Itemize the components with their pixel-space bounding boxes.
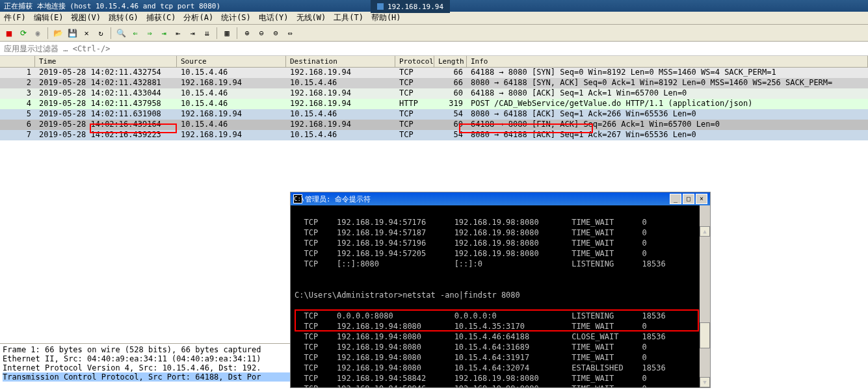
zoom-out-button[interactable]: ⊖	[255, 27, 268, 40]
col-destination[interactable]: Destination	[286, 56, 395, 67]
cmd-title: 管理员: 命令提示符	[305, 194, 670, 204]
cmd-icon: C:\	[293, 194, 302, 203]
menu-capture[interactable]: 捕获(C)	[142, 11, 180, 25]
pin-icon	[377, 3, 384, 10]
scroll-down-button[interactable]: ▼	[700, 377, 710, 387]
col-protocol[interactable]: Protocol	[395, 56, 434, 67]
zoom-in-button[interactable]: ⊕	[241, 27, 254, 40]
menu-edit[interactable]: 编辑(E)	[30, 11, 68, 25]
options-button[interactable]: ◉	[31, 27, 44, 40]
menu-wireless[interactable]: 无线(W)	[293, 11, 330, 25]
jump-button[interactable]: ⇥	[157, 27, 170, 40]
packet-list-header: Time Source Destination Protocol Length …	[0, 56, 868, 68]
col-source[interactable]: Source	[177, 56, 286, 67]
last-button[interactable]: ⇥	[186, 27, 199, 40]
remote-ip: 192.168.19.94	[388, 3, 443, 11]
cmd-prompt: C:\Users\Administrator>netstat -ano|find…	[295, 290, 706, 300]
restart-capture-button[interactable]: ⟳	[17, 27, 30, 40]
col-time[interactable]: Time	[35, 56, 177, 67]
filter-bar	[0, 42, 868, 56]
close-button[interactable]: ✕	[80, 27, 93, 40]
detail-ip: Internet Protocol Version 4, Src: 10.15.…	[3, 363, 290, 372]
prev-button[interactable]: ⇐	[129, 27, 142, 40]
detail-ethernet: Ethernet II, Src: 04:40:a9:ea:34:11 (04:…	[3, 354, 290, 363]
zoom-reset-button[interactable]: ⊜	[269, 27, 282, 40]
separator	[111, 27, 111, 39]
col-no[interactable]	[0, 56, 35, 67]
separator	[47, 27, 48, 39]
col-length[interactable]: Length	[434, 56, 467, 67]
next-button[interactable]: ⇒	[143, 27, 156, 40]
cmd-body[interactable]: TCP 192.168.19.94:57176 192.168.19.98:80…	[291, 205, 710, 387]
resize-cols-button[interactable]: ⇔	[283, 27, 296, 40]
cmd-titlebar[interactable]: C:\ 管理员: 命令提示符 _ □ ×	[291, 192, 710, 205]
menu-analyze[interactable]: 分析(A)	[179, 11, 217, 25]
separator	[237, 27, 237, 39]
scroll-thumb[interactable]	[700, 322, 710, 348]
menu-view[interactable]: 视图(V)	[67, 11, 105, 25]
detail-frame: Frame 1: 66 bytes on wire (528 bits), 66…	[3, 345, 290, 354]
cmd-maximize-button[interactable]: □	[683, 194, 694, 204]
reload-button[interactable]: ↻	[94, 27, 107, 40]
filter-input[interactable]	[0, 42, 868, 55]
separator	[217, 27, 217, 39]
packet-details[interactable]: Frame 1: 66 bytes on wire (528 bits), 66…	[0, 343, 293, 390]
menu-go[interactable]: 跳转(G)	[105, 11, 142, 25]
packet-row[interactable]: 72019-05-28 14:02:16.439223192.168.19.94…	[0, 130, 868, 140]
cmd-window[interactable]: C:\ 管理员: 命令提示符 _ □ × TCP 192.168.19.94:5…	[290, 192, 711, 388]
menu-telephony[interactable]: 电话(Y)	[255, 11, 293, 25]
menu-bar: 件(F) 编辑(E) 视图(V) 跳转(G) 捕获(C) 分析(A) 统计(S)…	[0, 12, 868, 25]
packet-row[interactable]: 22019-05-28 14:02:11.432881192.168.19.94…	[0, 78, 868, 88]
colorize-button[interactable]: ▦	[220, 27, 233, 40]
packet-row[interactable]: 62019-05-28 14:02:16.43916410.15.4.46192…	[0, 120, 868, 130]
menu-file[interactable]: 件(F)	[0, 11, 30, 25]
menu-statistics[interactable]: 统计(S)	[217, 11, 255, 25]
menu-help[interactable]: 帮助(H)	[367, 11, 405, 25]
detail-tcp: Transmission Control Protocol, Src Port:…	[3, 372, 290, 382]
main-toolbar: ■ ⟳ ◉ 📂 💾 ✕ ↻ 🔍 ⇐ ⇒ ⇥ ⇤ ⇥ ⇊ ▦ ⊕ ⊖ ⊜ ⇔	[0, 25, 868, 42]
save-button[interactable]: 💾	[66, 27, 79, 40]
packet-list: Time Source Destination Protocol Length …	[0, 56, 868, 140]
packet-row[interactable]: 42019-05-28 14:02:11.43795810.15.4.46192…	[0, 99, 868, 109]
stop-capture-button[interactable]: ■	[3, 27, 16, 40]
cmd-minimize-button[interactable]: _	[670, 194, 681, 204]
autoscroll-button[interactable]: ⇊	[200, 27, 213, 40]
col-info[interactable]: Info	[467, 56, 868, 67]
first-button[interactable]: ⇤	[172, 27, 185, 40]
find-button[interactable]: 🔍	[114, 27, 127, 40]
packet-row[interactable]: 12019-05-28 14:02:11.43275410.15.4.46192…	[0, 68, 868, 78]
remote-tab[interactable]: 192.168.19.94	[371, 0, 450, 13]
open-button[interactable]: 📂	[51, 27, 64, 40]
menu-tools[interactable]: 工具(T)	[330, 11, 367, 25]
cmd-scrollbar[interactable]: ▲ ▼	[700, 205, 710, 387]
packet-row[interactable]: 52019-05-28 14:02:11.631908192.168.19.94…	[0, 109, 868, 120]
scroll-up-button[interactable]: ▲	[700, 226, 710, 237]
cmd-close-button[interactable]: ×	[696, 194, 707, 204]
packet-row[interactable]: 32019-05-28 14:02:11.43304410.15.4.46192…	[0, 88, 868, 99]
